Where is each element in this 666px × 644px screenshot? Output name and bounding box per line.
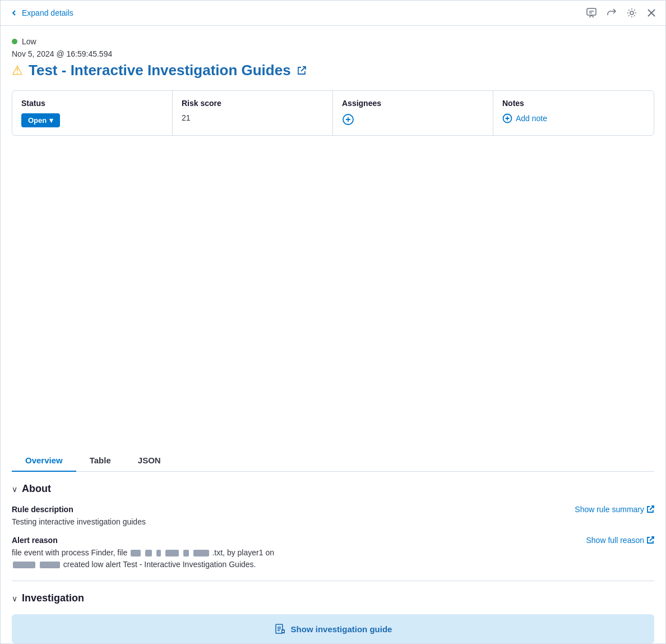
header-icons xyxy=(586,7,656,19)
tabs: Overview Table JSON xyxy=(12,450,654,472)
rule-description-field: Rule description Show rule summary Testi… xyxy=(12,505,654,528)
assignees-label: Assignees xyxy=(342,99,484,108)
status-card-title: Status xyxy=(21,99,163,108)
investigation-chevron-icon: ∨ xyxy=(12,594,17,603)
tab-table[interactable]: Table xyxy=(76,450,124,472)
severity-row: Low xyxy=(12,37,654,46)
alert-title-row: ⚠ Test - Interactive Investigation Guide… xyxy=(12,62,654,79)
show-rule-summary-link[interactable]: Show rule summary xyxy=(575,505,654,514)
alert-reason-value: file event with process Finder, file .tx… xyxy=(12,547,654,571)
about-chevron-icon: ∨ xyxy=(12,485,17,494)
status-dropdown-button[interactable]: Open ▾ xyxy=(21,113,60,127)
svg-line-6 xyxy=(301,67,305,71)
about-section: ∨ About Rule description Show rule summa… xyxy=(12,472,654,581)
show-investigation-guide-button[interactable]: Show investigation guide xyxy=(12,614,654,643)
close-icon[interactable] xyxy=(646,8,656,18)
svg-line-14 xyxy=(650,537,654,541)
investigation-section-title: Investigation xyxy=(22,592,84,604)
chat-icon[interactable] xyxy=(586,7,597,19)
svg-rect-0 xyxy=(587,8,596,15)
tab-overview[interactable]: Overview xyxy=(12,450,76,472)
tabs-area: Overview Table JSON ∨ About Rule descrip… xyxy=(1,450,665,643)
external-link-icon[interactable] xyxy=(297,66,307,76)
rule-description-label: Rule description xyxy=(12,505,73,514)
rule-description-value: Testing interactive investigation guides xyxy=(12,516,654,528)
alert-reason-label: Alert reason xyxy=(12,536,58,545)
tab-json[interactable]: JSON xyxy=(124,450,174,472)
redacted-2 xyxy=(145,550,152,556)
about-section-header[interactable]: ∨ About xyxy=(12,483,654,495)
investigation-section-header[interactable]: ∨ Investigation xyxy=(12,592,654,604)
risk-score-label: Risk score xyxy=(182,99,323,108)
alert-reason-header: Alert reason Show full reason xyxy=(12,536,654,545)
redacted-4 xyxy=(165,550,179,556)
risk-score-value: 21 xyxy=(182,113,323,122)
show-full-reason-link[interactable]: Show full reason xyxy=(586,536,654,545)
redacted-1 xyxy=(131,550,141,556)
redacted-3 xyxy=(156,550,161,556)
status-card: Status Open ▾ xyxy=(12,91,173,135)
main-content: Low Nov 5, 2024 @ 16:59:45.594 ⚠ Test - … xyxy=(1,26,665,450)
investigation-section: ∨ Investigation Show investigation guide xyxy=(12,581,654,643)
redacted-8 xyxy=(40,562,60,568)
cards-row: Status Open ▾ Risk score 21 Assignees xyxy=(12,90,654,136)
full-reason-external-icon xyxy=(646,536,654,544)
redacted-7 xyxy=(13,562,35,568)
alert-timestamp: Nov 5, 2024 @ 16:59:45.594 xyxy=(12,49,654,58)
notes-card: Notes Add note xyxy=(493,91,654,135)
alert-detail-panel: Expand details xyxy=(0,0,666,644)
add-assignee-button[interactable] xyxy=(342,113,354,126)
assignees-card: Assignees xyxy=(333,91,493,135)
warning-icon: ⚠ xyxy=(12,63,23,78)
rule-summary-external-icon xyxy=(646,505,654,513)
settings-icon[interactable] xyxy=(626,7,637,19)
investigation-guide-icon xyxy=(274,623,285,634)
redacted-5 xyxy=(183,550,189,556)
expand-arrow-icon xyxy=(10,8,18,17)
severity-dot xyxy=(12,39,17,44)
expand-details-button[interactable]: Expand details xyxy=(10,8,73,17)
alert-reason-field: Alert reason Show full reason file event… xyxy=(12,536,654,571)
svg-point-3 xyxy=(630,11,633,15)
rule-description-header: Rule description Show rule summary xyxy=(12,505,654,514)
add-note-button[interactable]: Add note xyxy=(502,113,547,123)
risk-score-card: Risk score 21 xyxy=(173,91,333,135)
svg-line-13 xyxy=(650,506,654,510)
about-section-title: About xyxy=(22,483,51,495)
redacted-6 xyxy=(193,550,209,556)
notes-label: Notes xyxy=(502,99,645,108)
alert-title: Test - Interactive Investigation Guides xyxy=(29,62,291,79)
share-icon[interactable] xyxy=(606,7,617,19)
severity-label: Low xyxy=(22,37,36,46)
header-bar: Expand details xyxy=(1,1,665,26)
